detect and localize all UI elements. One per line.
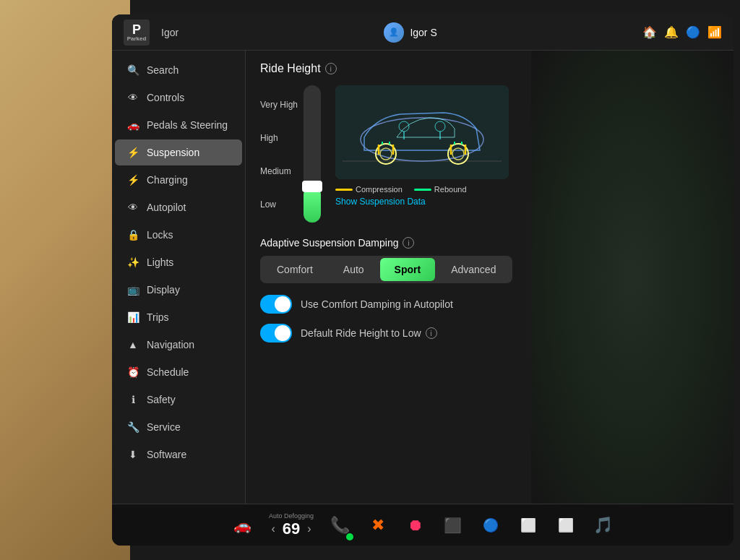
rebound-line (414, 189, 431, 191)
taskbar-bluetooth-icon[interactable]: 🔵 (472, 504, 509, 546)
schedule-icon: ⏰ (126, 366, 139, 378)
damping-btn-sport[interactable]: Sport (380, 258, 436, 281)
compression-legend: Compression (335, 185, 403, 194)
service-icon: 🔧 (126, 421, 139, 433)
sidebar-label-autopilot: Autopilot (147, 202, 186, 213)
level-low: Low (260, 188, 298, 221)
lights-icon: ✨ (126, 257, 139, 268)
taskbar-screen1-icon[interactable]: ⬜ (509, 504, 547, 546)
gear-indicator: P Parked (124, 20, 150, 46)
taskbar-x-icon[interactable]: ✖ (359, 504, 397, 546)
safety-icon: ℹ (126, 394, 139, 405)
show-suspension-link[interactable]: Show Suspension Data (335, 197, 719, 207)
sidebar-label-display: Display (147, 284, 180, 296)
damping-info-icon[interactable]: i (403, 237, 414, 249)
toggle-ride-height-info[interactable]: i (426, 327, 437, 339)
profile-section[interactable]: 👤 Igor S (384, 22, 436, 43)
toggle-comfort-autopilot[interactable] (260, 295, 292, 314)
speed-display: 69 (283, 520, 300, 538)
sidebar-label-suspension: Suspension (147, 147, 199, 158)
sidebar-label-locks: Locks (147, 229, 173, 241)
damping-section: Adaptive Suspension Damping i Comfort Au… (260, 237, 719, 283)
taskbar: 🚗 Auto Defogging ‹ 69 › 📞 ✖ ⏺ ⬛ 🔵 ⬜ ⬜ 🎵 (112, 504, 733, 546)
navigation-icon: ▲ (126, 339, 139, 350)
car-visualization: Compression Rebound Show Suspension Data (335, 85, 719, 223)
gear-sub: Parked (127, 36, 147, 42)
damping-buttons: Comfort Auto Sport Advanced (260, 256, 512, 283)
toggle-section: Use Comfort Damping in Autopilot Default… (260, 295, 719, 343)
svg-rect-0 (335, 85, 509, 179)
level-medium: Medium (260, 155, 298, 188)
sidebar-item-pedals[interactable]: 🚗 Pedals & Steering (115, 112, 242, 138)
pedals-icon: 🚗 (126, 119, 139, 131)
sidebar-item-suspension[interactable]: ⚡ Suspension (115, 139, 242, 165)
sidebar-label-charging: Charging (147, 174, 188, 186)
lock-icon: 🔒 (126, 229, 139, 241)
sidebar-label-trips: Trips (147, 311, 169, 323)
car-image (335, 85, 509, 179)
sidebar: 🔍 Search 👁 Controls 🚗 Pedals & Steering … (112, 51, 246, 504)
speed-arrow-right[interactable]: › (303, 522, 315, 535)
sidebar-label-controls: Controls (147, 92, 184, 103)
sidebar-item-display[interactable]: 📺 Display (115, 277, 242, 303)
tesla-screen: P Parked Igor 👤 Igor S 🏠 🔔 🔵 📶 🔍 Search … (112, 14, 733, 546)
main-content: 🔍 Search 👁 Controls 🚗 Pedals & Steering … (112, 51, 733, 504)
damping-btn-advanced[interactable]: Advanced (436, 258, 510, 281)
sidebar-item-search[interactable]: 🔍 Search (115, 57, 242, 83)
sidebar-item-navigation[interactable]: ▲ Navigation (115, 332, 242, 358)
ride-height-info-icon[interactable]: i (325, 63, 337, 74)
slider-thumb[interactable] (302, 181, 322, 192)
toggle-ride-height-low[interactable] (260, 324, 292, 343)
suspension-panel: Ride Height i Very High High Medium Low (246, 51, 733, 504)
home-icon[interactable]: 🏠 (642, 25, 657, 39)
sidebar-label-lights: Lights (147, 257, 173, 268)
rebound-label: Rebound (434, 185, 467, 194)
driver-name: Igor (161, 27, 178, 38)
taskbar-music-icon[interactable]: 🎵 (585, 504, 622, 546)
search-icon: 🔍 (126, 64, 139, 76)
level-high: High (260, 121, 298, 155)
charging-icon: ⚡ (126, 174, 139, 186)
sidebar-label-navigation: Navigation (147, 339, 194, 350)
ride-height-slider[interactable] (304, 85, 321, 223)
profile-name: Igor S (410, 27, 436, 38)
sidebar-label-software: Software (147, 449, 186, 460)
taskbar-screen2-icon[interactable]: ⬜ (547, 504, 585, 546)
sidebar-item-autopilot[interactable]: 👁 Autopilot (115, 194, 242, 220)
taskbar-car-icon[interactable]: 🚗 (223, 504, 261, 546)
speed-arrow-left[interactable]: ‹ (267, 522, 279, 535)
status-bar: P Parked Igor 👤 Igor S 🏠 🔔 🔵 📶 (112, 14, 733, 51)
sidebar-item-trips[interactable]: 📊 Trips (115, 304, 242, 330)
compression-line (335, 189, 353, 191)
damping-btn-auto[interactable]: Auto (329, 258, 379, 281)
ride-height-section: Very High High Medium Low (260, 85, 719, 223)
taskbar-phone-icon[interactable]: 📞 (322, 504, 359, 546)
sidebar-label-safety: Safety (147, 394, 176, 405)
bluetooth-icon[interactable]: 🔵 (686, 25, 700, 39)
sidebar-label-search: Search (147, 64, 178, 76)
taskbar-apps-icon[interactable]: ⬛ (434, 504, 472, 546)
sidebar-item-safety[interactable]: ℹ Safety (115, 387, 242, 413)
sidebar-label-pedals: Pedals & Steering (147, 119, 228, 131)
sidebar-item-controls[interactable]: 👁 Controls (115, 85, 242, 111)
software-icon: ⬇ (126, 449, 139, 460)
signal-icon: 📶 (707, 25, 722, 39)
sidebar-item-charging[interactable]: ⚡ Charging (115, 167, 242, 193)
sidebar-label-schedule: Schedule (147, 366, 189, 378)
toggle-row-autopilot: Use Comfort Damping in Autopilot (260, 295, 719, 314)
status-icons: 🏠 🔔 🔵 📶 (642, 25, 722, 39)
sidebar-item-locks[interactable]: 🔒 Locks (115, 222, 242, 248)
taskbar-media-icon[interactable]: ⏺ (397, 504, 434, 546)
sidebar-item-lights[interactable]: ✨ Lights (115, 249, 242, 275)
ride-height-slider-area: Very High High Medium Low (260, 85, 321, 223)
sidebar-item-schedule[interactable]: ⏰ Schedule (115, 359, 242, 385)
damping-btn-comfort[interactable]: Comfort (262, 258, 327, 281)
autopilot-icon: 👁 (126, 202, 139, 213)
damping-title: Adaptive Suspension Damping i (260, 237, 719, 249)
gear-letter: P (132, 23, 141, 36)
level-very-high: Very High (260, 88, 298, 121)
notification-icon[interactable]: 🔔 (664, 25, 679, 39)
trips-icon: 📊 (126, 311, 139, 323)
sidebar-item-service[interactable]: 🔧 Service (115, 414, 242, 440)
sidebar-item-software[interactable]: ⬇ Software (115, 441, 242, 468)
